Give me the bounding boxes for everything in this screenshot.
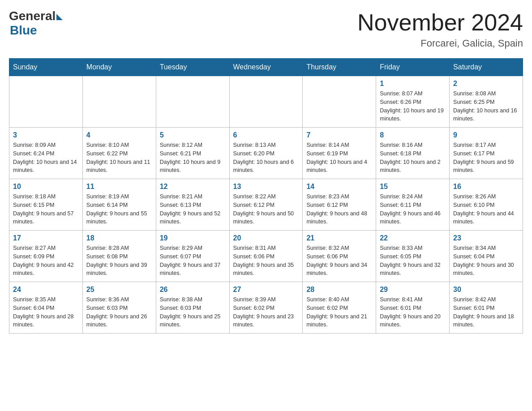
logo-arrow-icon [56,14,63,20]
week-row-3: 17Sunrise: 8:27 AMSunset: 6:09 PMDayligh… [9,231,523,282]
day-number: 14 [306,183,372,191]
day-info: Sunrise: 8:21 AMSunset: 6:13 PMDaylight:… [160,193,226,226]
day-number: 22 [380,234,446,242]
calendar-cell: 12Sunrise: 8:21 AMSunset: 6:13 PMDayligh… [156,179,229,231]
day-info: Sunrise: 8:07 AMSunset: 6:26 PMDaylight:… [380,90,446,123]
calendar-cell: 16Sunrise: 8:26 AMSunset: 6:10 PMDayligh… [450,179,523,231]
day-number: 23 [453,234,519,242]
day-number: 17 [13,234,79,242]
day-number: 7 [306,131,372,139]
day-number: 25 [86,286,152,294]
day-number: 1 [380,80,446,88]
calendar-cell: 13Sunrise: 8:22 AMSunset: 6:12 PMDayligh… [229,179,303,231]
day-number: 13 [233,183,299,191]
day-number: 9 [453,131,519,139]
calendar-cell: 8Sunrise: 8:16 AMSunset: 6:18 PMDaylight… [376,128,450,179]
calendar-cell [82,76,156,128]
day-info: Sunrise: 8:29 AMSunset: 6:07 PMDaylight:… [160,244,226,278]
day-number: 15 [380,183,446,191]
calendar-header-sunday: Sunday [9,59,83,76]
day-info: Sunrise: 8:39 AMSunset: 6:02 PMDaylight:… [233,295,299,329]
header: General Blue November 2024 Forcarei, Gal… [9,9,523,49]
calendar-cell: 17Sunrise: 8:27 AMSunset: 6:09 PMDayligh… [9,231,83,282]
day-number: 4 [86,131,152,139]
day-info: Sunrise: 8:16 AMSunset: 6:18 PMDaylight:… [380,141,446,175]
week-row-0: 1Sunrise: 8:07 AMSunset: 6:26 PMDaylight… [9,76,523,128]
calendar-cell: 6Sunrise: 8:13 AMSunset: 6:20 PMDaylight… [229,128,303,179]
day-number: 19 [160,234,226,242]
day-number: 26 [160,286,226,294]
location-title: Forcarei, Galicia, Spain [357,38,523,49]
week-row-4: 24Sunrise: 8:35 AMSunset: 6:04 PMDayligh… [9,282,523,334]
day-number: 21 [306,234,372,242]
day-number: 11 [86,183,152,191]
calendar-cell: 10Sunrise: 8:18 AMSunset: 6:15 PMDayligh… [9,179,83,231]
calendar-cell: 3Sunrise: 8:09 AMSunset: 6:24 PMDaylight… [9,128,83,179]
day-number: 18 [86,234,152,242]
calendar-header-thursday: Thursday [303,59,376,76]
calendar-cell: 9Sunrise: 8:17 AMSunset: 6:17 PMDaylight… [450,128,523,179]
day-info: Sunrise: 8:42 AMSunset: 6:01 PMDaylight:… [453,295,519,329]
day-info: Sunrise: 8:28 AMSunset: 6:08 PMDaylight:… [86,244,152,278]
calendar-cell: 5Sunrise: 8:12 AMSunset: 6:21 PMDaylight… [156,128,229,179]
day-number: 20 [233,234,299,242]
day-number: 6 [233,131,299,139]
calendar-cell: 28Sunrise: 8:40 AMSunset: 6:02 PMDayligh… [303,282,376,334]
calendar-cell: 29Sunrise: 8:41 AMSunset: 6:01 PMDayligh… [376,282,450,334]
day-info: Sunrise: 8:18 AMSunset: 6:15 PMDaylight:… [13,193,79,226]
calendar-cell: 30Sunrise: 8:42 AMSunset: 6:01 PMDayligh… [450,282,523,334]
calendar-header-wednesday: Wednesday [229,59,303,76]
calendar-cell: 23Sunrise: 8:34 AMSunset: 6:04 PMDayligh… [450,231,523,282]
day-number: 29 [380,286,446,294]
day-number: 27 [233,286,299,294]
calendar-cell [156,76,229,128]
day-number: 30 [453,286,519,294]
day-info: Sunrise: 8:12 AMSunset: 6:21 PMDaylight:… [160,141,226,175]
day-info: Sunrise: 8:26 AMSunset: 6:10 PMDaylight:… [453,193,519,226]
calendar-cell: 14Sunrise: 8:23 AMSunset: 6:12 PMDayligh… [303,179,376,231]
logo-blue-part [56,12,63,20]
calendar-cell: 27Sunrise: 8:39 AMSunset: 6:02 PMDayligh… [229,282,303,334]
month-title: November 2024 [357,9,523,36]
day-number: 24 [13,286,79,294]
calendar-header-saturday: Saturday [450,59,523,76]
day-number: 10 [13,183,79,191]
day-number: 28 [306,286,372,294]
day-info: Sunrise: 8:32 AMSunset: 6:06 PMDaylight:… [306,244,372,278]
calendar-cell [229,76,303,128]
day-info: Sunrise: 8:33 AMSunset: 6:05 PMDaylight:… [380,244,446,278]
day-info: Sunrise: 8:31 AMSunset: 6:06 PMDaylight:… [233,244,299,278]
calendar-cell: 21Sunrise: 8:32 AMSunset: 6:06 PMDayligh… [303,231,376,282]
day-info: Sunrise: 8:27 AMSunset: 6:09 PMDaylight:… [13,244,79,278]
calendar-cell: 18Sunrise: 8:28 AMSunset: 6:08 PMDayligh… [82,231,156,282]
day-number: 2 [453,80,519,88]
day-info: Sunrise: 8:34 AMSunset: 6:04 PMDaylight:… [453,244,519,278]
week-row-1: 3Sunrise: 8:09 AMSunset: 6:24 PMDaylight… [9,128,523,179]
logo-blue-text: Blue [10,23,37,38]
calendar-cell: 20Sunrise: 8:31 AMSunset: 6:06 PMDayligh… [229,231,303,282]
calendar-cell: 11Sunrise: 8:19 AMSunset: 6:14 PMDayligh… [82,179,156,231]
calendar-cell: 1Sunrise: 8:07 AMSunset: 6:26 PMDaylight… [376,76,450,128]
day-number: 12 [160,183,226,191]
week-row-2: 10Sunrise: 8:18 AMSunset: 6:15 PMDayligh… [9,179,523,231]
day-info: Sunrise: 8:36 AMSunset: 6:03 PMDaylight:… [86,295,152,329]
calendar-cell: 2Sunrise: 8:08 AMSunset: 6:25 PMDaylight… [450,76,523,128]
day-number: 8 [380,131,446,139]
calendar-header-row: SundayMondayTuesdayWednesdayThursdayFrid… [9,59,523,76]
day-info: Sunrise: 8:09 AMSunset: 6:24 PMDaylight:… [13,141,79,175]
calendar-cell [303,76,376,128]
day-info: Sunrise: 8:19 AMSunset: 6:14 PMDaylight:… [86,193,152,226]
day-info: Sunrise: 8:23 AMSunset: 6:12 PMDaylight:… [306,193,372,226]
day-info: Sunrise: 8:08 AMSunset: 6:25 PMDaylight:… [453,90,519,123]
calendar-cell: 24Sunrise: 8:35 AMSunset: 6:04 PMDayligh… [9,282,83,334]
calendar-cell: 22Sunrise: 8:33 AMSunset: 6:05 PMDayligh… [376,231,450,282]
day-info: Sunrise: 8:14 AMSunset: 6:19 PMDaylight:… [306,141,372,175]
logo: General Blue [9,9,63,38]
day-info: Sunrise: 8:10 AMSunset: 6:22 PMDaylight:… [86,141,152,175]
day-number: 16 [453,183,519,191]
day-info: Sunrise: 8:13 AMSunset: 6:20 PMDaylight:… [233,141,299,175]
calendar-cell: 7Sunrise: 8:14 AMSunset: 6:19 PMDaylight… [303,128,376,179]
calendar-header-monday: Monday [82,59,156,76]
day-number: 5 [160,131,226,139]
day-info: Sunrise: 8:17 AMSunset: 6:17 PMDaylight:… [453,141,519,175]
